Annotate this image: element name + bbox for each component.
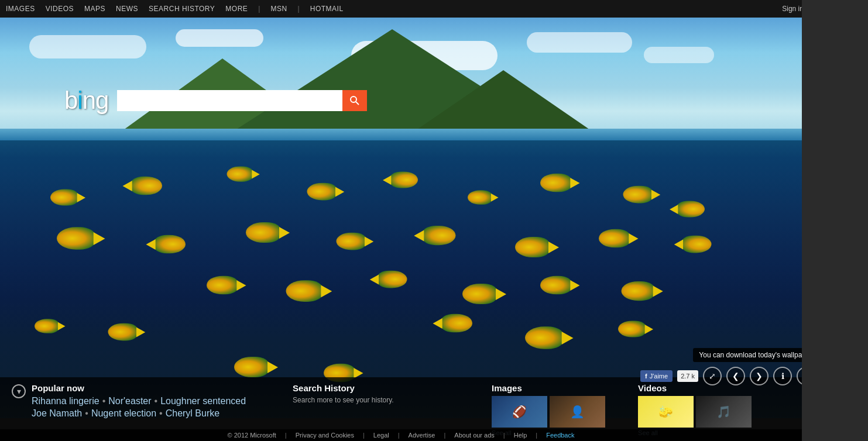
video-thumb-1[interactable]: 🧽 [638, 396, 694, 428]
fish-20 [378, 271, 407, 288]
fish-23 [622, 281, 655, 301]
thumb-cartoon-icon: 🧽 [638, 396, 694, 428]
footer-legal[interactable]: Legal [373, 432, 389, 439]
expand-wallpaper-button[interactable]: ⤢ [703, 367, 722, 385]
facebook-like-button[interactable]: f J'aime [640, 370, 673, 382]
popular-link-cheryl[interactable]: Cheryl Burke [166, 408, 219, 419]
nav-news[interactable]: NEWS [116, 5, 138, 13]
fish-27 [525, 326, 564, 349]
footer-sep-3: | [398, 432, 400, 439]
nav-left: IMAGES VIDEOS MAPS NEWS SEARCH HISTORY M… [6, 5, 782, 13]
nav-images[interactable]: IMAGES [6, 5, 35, 13]
fish-2 [131, 177, 162, 195]
bing-logo: bing [64, 87, 108, 115]
nav-sep-2: | [298, 5, 300, 13]
thumb-music-icon: 🎵 [696, 396, 752, 428]
prev-wallpaper-button[interactable]: ❮ [726, 367, 745, 385]
footer-about-ads[interactable]: About our ads [454, 432, 495, 439]
nav-maps[interactable]: MAPS [84, 5, 105, 13]
fish-4 [307, 183, 337, 201]
nav-sep-1: | [258, 5, 260, 13]
facebook-icon: f [645, 373, 647, 380]
fish-3 [227, 166, 253, 181]
popular-link-loughner[interactable]: Loughner sentenced [160, 396, 246, 406]
fish-7 [540, 174, 572, 192]
mountain-right [410, 70, 597, 135]
thumb-sports-icon: 🏈 [492, 396, 547, 428]
signin-label: Sign in [782, 5, 804, 13]
fish-22 [540, 276, 572, 295]
footer-advertise[interactable]: Advertise [409, 432, 435, 439]
footer-privacy[interactable]: Privacy and Cookies [296, 432, 354, 439]
fish-13 [337, 233, 366, 250]
info-wallpaper-button[interactable]: ℹ [773, 367, 792, 385]
popular-link-rihanna[interactable]: Rihanna lingerie [32, 396, 100, 406]
footer-bar: © 2012 Microsoft | Privacy and Cookies |… [0, 429, 802, 441]
popular-section: Popular now Rihanna lingerie • Nor'easte… [32, 383, 246, 421]
fish-15 [515, 237, 550, 257]
nav-videos[interactable]: VIDEOS [46, 5, 74, 13]
like-label: J'aime [650, 373, 668, 380]
water-surface [0, 129, 802, 140]
popular-title: Popular now [32, 383, 246, 393]
nav-search-history[interactable]: SEARCH HISTORY [149, 5, 215, 13]
like-count: 2.7 k [677, 370, 698, 382]
sep-2: • [155, 396, 158, 406]
footer-sep-6: | [536, 432, 537, 439]
search-input[interactable] [117, 90, 342, 111]
history-text: Search more to see your history. [293, 396, 457, 404]
svg-line-1 [356, 102, 359, 105]
footer-sep-4: | [444, 432, 445, 439]
sep-4: • [159, 408, 163, 419]
fish-19 [286, 280, 323, 302]
nav-more[interactable]: MORE [225, 5, 248, 13]
svg-point-0 [351, 97, 356, 102]
nav-hotmail[interactable]: HOTMAIL [310, 5, 344, 13]
fish-9 [677, 201, 705, 218]
popular-link-noreaster[interactable]: Nor'easter [108, 396, 151, 406]
right-sidebar [802, 0, 868, 441]
cloud-1 [29, 35, 146, 58]
popular-link-namath[interactable]: Joe Namath [32, 408, 82, 419]
fish-16 [599, 229, 630, 248]
footer-sep-2: | [363, 432, 365, 439]
fish-1 [50, 190, 78, 206]
video-thumb-2[interactable]: 🎵 [696, 396, 752, 428]
fish-24 [35, 319, 59, 333]
fish-5 [390, 172, 418, 188]
images-title: Images [492, 383, 620, 393]
image-thumb-2[interactable]: 👤 [550, 396, 605, 428]
images-section: Images 🏈 👤 See all [492, 383, 620, 436]
fish-12 [246, 222, 281, 243]
sky-layer [0, 18, 802, 135]
popular-link-nugent[interactable]: Nugent election [91, 408, 156, 419]
next-wallpaper-button[interactable]: ❯ [750, 367, 768, 385]
search-icon [349, 95, 360, 106]
copyright: © 2012 Microsoft [228, 432, 276, 439]
expand-bottom-button[interactable]: ▾ [12, 384, 26, 398]
fish-8 [623, 186, 653, 204]
images-thumbnails: 🏈 👤 [492, 396, 620, 428]
sep-3: • [85, 408, 88, 419]
popular-row-2: Joe Namath • Nugent election • Cheryl Bu… [32, 408, 246, 419]
top-navigation: IMAGES VIDEOS MAPS NEWS SEARCH HISTORY M… [0, 0, 868, 18]
nav-msn[interactable]: MSN [270, 5, 287, 13]
fish-14 [423, 226, 456, 245]
fish-28 [618, 321, 646, 337]
footer-feedback[interactable]: Feedback [546, 432, 574, 439]
history-section: Search History Search more to see your h… [293, 383, 457, 404]
wallpaper-controls: f J'aime 2.7 k ⤢ ❮ ❯ ℹ ⬇ [640, 367, 815, 385]
sep-1: • [102, 396, 106, 406]
footer-help[interactable]: Help [514, 432, 527, 439]
search-button[interactable] [342, 90, 367, 111]
bottom-row: ▾ Popular now Rihanna lingerie • Nor'eas… [12, 383, 790, 436]
fish-6 [468, 190, 492, 205]
fish-21 [462, 284, 498, 304]
footer-sep-5: | [503, 432, 505, 439]
videos-thumbnails: 🧽 🎵 [638, 396, 767, 428]
fish-11 [154, 235, 186, 254]
hero-background [0, 18, 802, 418]
search-area: bing [64, 87, 367, 115]
fish-29 [234, 357, 269, 377]
image-thumb-1[interactable]: 🏈 [492, 396, 547, 428]
